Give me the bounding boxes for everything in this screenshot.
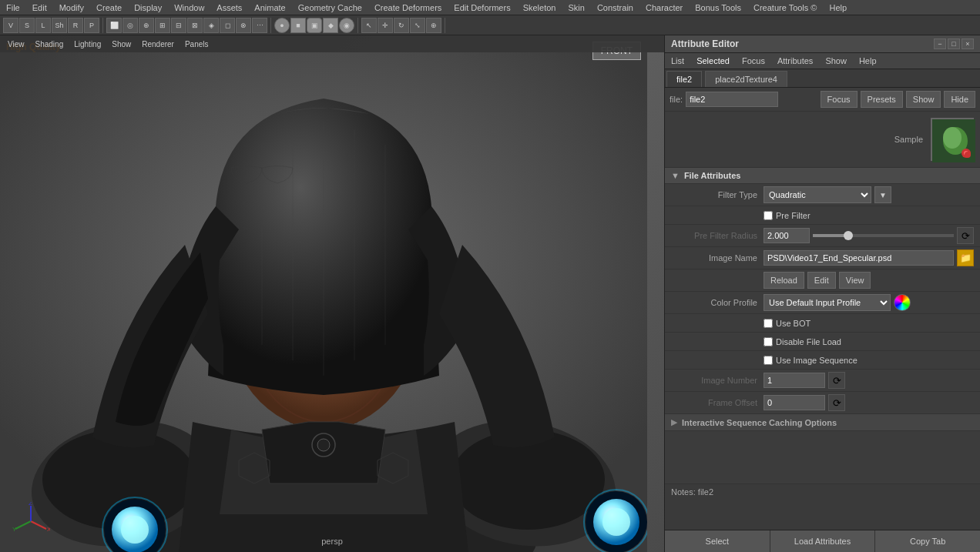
toolbar-btn-show[interactable]: Sh (52, 18, 67, 33)
menu-create[interactable]: Create (90, 2, 128, 14)
vp-show-btn[interactable]: Show (107, 39, 136, 49)
attr-nav-focus[interactable]: Focus (739, 55, 768, 67)
attr-nav-show[interactable]: Show (822, 55, 850, 67)
hide-button[interactable]: Hide (944, 91, 975, 108)
pre-filter-radius-input[interactable] (764, 228, 810, 243)
load-attributes-button[interactable]: Load Attributes (770, 530, 876, 552)
toolbar-btn-4[interactable]: ⊞ (155, 18, 170, 33)
file-value-input[interactable] (686, 92, 778, 107)
view-button[interactable]: View (839, 272, 871, 289)
vp-panels-btn[interactable]: Panels (180, 39, 213, 49)
toolbar-extra-btn[interactable]: ⊕ (426, 18, 441, 33)
menu-character[interactable]: Character (639, 2, 689, 14)
toolbar-select-btn[interactable]: ↖ (361, 18, 377, 33)
focus-button[interactable]: Focus (821, 91, 858, 108)
attr-tab-file2[interactable]: file2 (666, 71, 702, 87)
attr-nav-selected[interactable]: Selected (693, 55, 733, 67)
attr-tab-place2d[interactable]: place2dTexture4 (705, 71, 787, 87)
toolbar-shape-4[interactable]: ◆ (323, 18, 338, 33)
vp-view-btn[interactable]: View (3, 39, 29, 49)
select-button[interactable]: Select (665, 530, 770, 552)
file-attributes-section-header[interactable]: ▼ File Attributes (665, 168, 980, 184)
toolbar-btn-10[interactable]: ⋯ (252, 18, 267, 33)
color-profile-select[interactable]: Use Default Input Profile (764, 294, 891, 311)
menu-animate[interactable]: Animate (248, 2, 291, 14)
main-area: View Shading Lighting Show Renderer Pane… (0, 35, 980, 552)
attr-scroll-content[interactable]: ▼ File Attributes Filter Type Quadratic … (665, 168, 980, 483)
sample-thumbnail[interactable] (931, 118, 974, 161)
toolbar-btn-shading[interactable]: S (19, 18, 35, 33)
vp-lighting-btn[interactable]: Lighting (69, 39, 106, 49)
presets-button[interactable]: Presets (861, 91, 903, 108)
pre-filter-slider-track[interactable] (813, 234, 954, 237)
vp-renderer-btn[interactable]: Renderer (137, 39, 179, 49)
attr-nav-attributes[interactable]: Attributes (774, 55, 816, 67)
viewport[interactable]: View Shading Lighting Show Renderer Pane… (0, 35, 664, 552)
toolbar-rot-btn[interactable]: ↻ (394, 18, 409, 33)
menu-bonus-tools[interactable]: Bonus Tools (689, 2, 747, 14)
toolbar-shape-1[interactable]: ● (274, 18, 290, 33)
folder-icon-btn[interactable]: 📁 (957, 249, 974, 266)
toolbar-shape-2[interactable]: ■ (290, 18, 306, 33)
toolbar-btn-7[interactable]: ◈ (203, 18, 219, 33)
use-image-sequence-text: Use Image Sequence (776, 356, 858, 365)
disable-file-load-checkbox[interactable] (764, 337, 773, 346)
menu-creature-tools[interactable]: Creature Tools © (747, 2, 824, 14)
use-image-sequence-checkbox[interactable] (764, 356, 773, 365)
toolbar-btn-3[interactable]: ⊕ (139, 18, 154, 33)
menu-modify[interactable]: Modify (53, 2, 90, 14)
filter-type-select[interactable]: Quadratic (764, 186, 871, 203)
toolbar-btn-lighting[interactable]: L (35, 18, 51, 33)
attr-editor-minimize-btn[interactable]: − (934, 38, 946, 49)
menu-display[interactable]: Display (128, 2, 168, 14)
attr-editor-close-btn[interactable]: × (962, 38, 974, 49)
toolbar-btn-6[interactable]: ⊠ (187, 18, 203, 33)
show-button[interactable]: Show (906, 91, 941, 108)
image-number-reset-btn[interactable]: ⟳ (828, 372, 845, 389)
interactive-sequence-section-header[interactable]: ▶ Interactive Sequence Caching Options (665, 414, 980, 431)
menu-constrain[interactable]: Constrain (591, 2, 639, 14)
toolbar: V S L Sh R P ⬜ ◎ ⊕ ⊞ ⊟ ⊠ ◈ ◻ ⊗ ⋯ ● ■ ▣ ◆… (0, 15, 980, 35)
attr-nav-help[interactable]: Help (856, 55, 880, 67)
attr-nav-list[interactable]: List (668, 55, 687, 67)
filter-type-label: Filter Type (671, 190, 764, 199)
menu-edit[interactable]: Edit (26, 2, 53, 14)
toolbar-btn-9[interactable]: ⊗ (236, 18, 251, 33)
toolbar-btn-view[interactable]: V (3, 18, 18, 33)
toolbar-move-btn[interactable]: ✛ (378, 18, 393, 33)
toolbar-shape-5[interactable]: ◉ (339, 18, 354, 33)
toolbar-btn-1[interactable]: ⬜ (106, 18, 122, 33)
toolbar-btn-renderer[interactable]: R (68, 18, 83, 33)
toolbar-btn-8[interactable]: ◻ (220, 18, 235, 33)
menu-create-deformers[interactable]: Create Deformers (368, 2, 448, 14)
toolbar-shape-3[interactable]: ▣ (307, 18, 322, 33)
menu-window[interactable]: Window (168, 2, 210, 14)
toolbar-scale-btn[interactable]: ⤡ (410, 18, 425, 33)
frame-offset-reset-btn[interactable]: ⟳ (828, 394, 845, 411)
menu-skin[interactable]: Skin (562, 2, 590, 14)
toolbar-btn-2[interactable]: ◎ (123, 18, 138, 33)
reload-button[interactable]: Reload (764, 272, 804, 289)
attr-editor-maximize-btn[interactable]: □ (948, 38, 960, 49)
frame-offset-input[interactable] (764, 395, 825, 410)
filter-type-dropdown-btn[interactable]: ▼ (874, 186, 891, 203)
toolbar-btn-5[interactable]: ⊟ (171, 18, 186, 33)
menu-help[interactable]: Help (823, 2, 853, 14)
image-name-input[interactable] (764, 250, 954, 266)
menu-skeleton[interactable]: Skeleton (517, 2, 562, 14)
color-wheel-icon[interactable] (894, 294, 911, 311)
pre-filter-checkbox[interactable] (764, 211, 773, 220)
edit-button[interactable]: Edit (807, 272, 836, 289)
menu-assets[interactable]: Assets (210, 2, 248, 14)
pre-filter-radius-reset-btn[interactable]: ⟳ (957, 227, 974, 244)
svg-line-33 (31, 521, 46, 529)
menu-edit-deformers[interactable]: Edit Deformers (448, 2, 516, 14)
copy-tab-button[interactable]: Copy Tab (875, 530, 980, 552)
vp-shading-btn[interactable]: Shading (31, 39, 69, 49)
menu-file[interactable]: File (0, 2, 26, 14)
pre-filter-value: Pre Filter (764, 211, 974, 220)
image-number-input[interactable] (764, 373, 825, 388)
use-bot-checkbox[interactable] (764, 319, 773, 328)
menu-geometry-cache[interactable]: Geometry Cache (292, 2, 368, 14)
toolbar-btn-panels[interactable]: P (84, 18, 99, 33)
